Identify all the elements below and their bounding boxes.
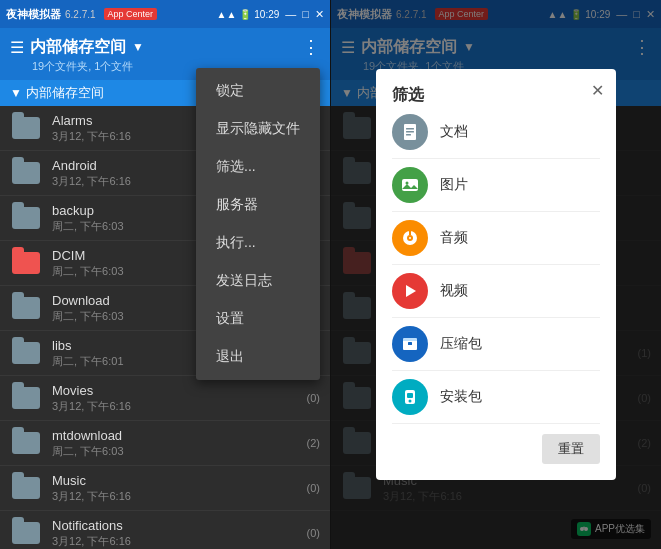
svg-rect-3 bbox=[406, 134, 411, 136]
filter-item-apk[interactable]: 安装包 bbox=[392, 371, 600, 424]
dialog-footer: 重置 bbox=[392, 434, 600, 464]
dropdown-arrow-icon[interactable]: ▼ bbox=[132, 40, 144, 54]
file-item-music[interactable]: Music 3月12, 下午6:16 (0) bbox=[0, 466, 330, 511]
file-date-mtdownload: 周二, 下午6:03 bbox=[52, 444, 301, 459]
filter-dialog: 筛选 ✕ 文档 bbox=[376, 69, 616, 480]
folder-icon-movies bbox=[10, 382, 42, 414]
folder-icon-alarms bbox=[10, 112, 42, 144]
filter-label-audio: 音频 bbox=[440, 229, 468, 247]
folder-icon-mtdownload bbox=[10, 427, 42, 459]
app-center-badge[interactable]: App Center bbox=[104, 8, 158, 20]
file-name-movies: Movies bbox=[52, 383, 301, 398]
file-count-notifications: (0) bbox=[307, 527, 320, 539]
minimize-button[interactable]: — bbox=[285, 8, 296, 20]
folder-icon-android bbox=[10, 157, 42, 189]
svg-rect-13 bbox=[403, 338, 417, 341]
folder-icon-dcim bbox=[10, 247, 42, 279]
filter-item-archive[interactable]: 压缩包 bbox=[392, 318, 600, 371]
filter-item-audio[interactable]: 音频 bbox=[392, 212, 600, 265]
svg-rect-14 bbox=[408, 342, 412, 345]
filter-icon-document bbox=[392, 114, 428, 150]
file-info-music: Music 3月12, 下午6:16 bbox=[52, 473, 301, 504]
file-item-notifications[interactable]: Notifications 3月12, 下午6:16 (0) bbox=[0, 511, 330, 549]
title-row: ☰ 内部储存空间 ▼ bbox=[10, 37, 144, 58]
app-name: 夜神模拟器 bbox=[6, 7, 61, 22]
svg-rect-17 bbox=[407, 393, 413, 398]
menu-item-show-hidden[interactable]: 显示隐藏文件 bbox=[196, 110, 320, 148]
wifi-icon: ▲▲ bbox=[217, 9, 237, 20]
file-info-mtdownload: mtdownload 周二, 下午6:03 bbox=[52, 428, 301, 459]
app-info: 夜神模拟器 6.2.7.1 App Center bbox=[6, 7, 157, 22]
filter-item-image[interactable]: 图片 bbox=[392, 159, 600, 212]
more-options-icon[interactable]: ⋮ bbox=[302, 36, 320, 58]
folder-icon-music bbox=[10, 472, 42, 504]
file-item-movies[interactable]: Movies 3月12, 下午6:16 (0) bbox=[0, 376, 330, 421]
filter-label-video: 视频 bbox=[440, 282, 468, 300]
svg-rect-4 bbox=[402, 179, 418, 191]
folder-icon-notifications bbox=[10, 517, 42, 549]
close-button[interactable]: ✕ bbox=[315, 8, 324, 21]
storage-title: 内部储存空间 bbox=[30, 37, 126, 58]
file-count-movies: (0) bbox=[307, 392, 320, 404]
folder-icon-download bbox=[10, 292, 42, 324]
svg-rect-2 bbox=[406, 131, 414, 133]
filter-label-apk: 安装包 bbox=[440, 388, 482, 406]
menu-item-send-log[interactable]: 发送日志 bbox=[196, 262, 320, 300]
file-count-mtdownload: (2) bbox=[307, 437, 320, 449]
status-bar: ▲▲ 🔋 10:29 bbox=[217, 9, 280, 20]
time-display: 10:29 bbox=[254, 9, 279, 20]
top-bar-left: 夜神模拟器 6.2.7.1 App Center ▲▲ 🔋 10:29 — □ … bbox=[0, 0, 330, 28]
menu-item-execute[interactable]: 执行... bbox=[196, 224, 320, 262]
file-name-music: Music bbox=[52, 473, 301, 488]
maximize-button[interactable]: □ bbox=[302, 8, 309, 20]
hamburger-icon[interactable]: ☰ bbox=[10, 38, 24, 57]
file-date-movies: 3月12, 下午6:16 bbox=[52, 399, 301, 414]
window-controls: ▲▲ 🔋 10:29 — □ ✕ bbox=[217, 8, 324, 21]
dialog-overlay: 筛选 ✕ 文档 bbox=[331, 0, 661, 549]
dialog-close-button[interactable]: ✕ bbox=[591, 81, 604, 100]
file-name-mtdownload: mtdownload bbox=[52, 428, 301, 443]
filter-dialog-title: 筛选 bbox=[392, 86, 424, 103]
filter-icon-image bbox=[392, 167, 428, 203]
filter-item-video[interactable]: 视频 bbox=[392, 265, 600, 318]
app-version: 6.2.7.1 bbox=[65, 9, 96, 20]
filter-icon-video bbox=[392, 273, 428, 309]
file-date-notifications: 3月12, 下午6:16 bbox=[52, 534, 301, 549]
svg-rect-1 bbox=[406, 128, 414, 130]
file-date-music: 3月12, 下午6:16 bbox=[52, 489, 301, 504]
filter-item-document[interactable]: 文档 bbox=[392, 106, 600, 159]
svg-point-9 bbox=[409, 237, 411, 239]
filter-icon-archive bbox=[392, 326, 428, 362]
file-count-music: (0) bbox=[307, 482, 320, 494]
folder-icon-backup bbox=[10, 202, 42, 234]
menu-item-settings[interactable]: 设置 bbox=[196, 300, 320, 338]
menu-item-exit[interactable]: 退出 bbox=[196, 338, 320, 376]
filter-icon-apk bbox=[392, 379, 428, 415]
svg-marker-11 bbox=[406, 285, 416, 297]
menu-item-filter[interactable]: 筛选... bbox=[196, 148, 320, 186]
right-panel: 夜神模拟器 6.2.7.1 App Center ▲▲ 🔋 10:29 — □ … bbox=[330, 0, 661, 549]
battery-icon: 🔋 bbox=[239, 9, 251, 20]
folder-icon-libs bbox=[10, 337, 42, 369]
left-panel: 夜神模拟器 6.2.7.1 App Center ▲▲ 🔋 10:29 — □ … bbox=[0, 0, 330, 549]
menu-item-server[interactable]: 服务器 bbox=[196, 186, 320, 224]
breadcrumb-text[interactable]: 内部储存空间 bbox=[26, 84, 104, 102]
reset-button[interactable]: 重置 bbox=[542, 434, 600, 464]
filter-label-archive: 压缩包 bbox=[440, 335, 482, 353]
filter-label-image: 图片 bbox=[440, 176, 468, 194]
breadcrumb-arrow-icon: ▼ bbox=[10, 86, 22, 100]
dropdown-menu: 锁定 显示隐藏文件 筛选... 服务器 执行... 发送日志 设置 退出 bbox=[196, 68, 320, 380]
file-info-movies: Movies 3月12, 下午6:16 bbox=[52, 383, 301, 414]
file-name-notifications: Notifications bbox=[52, 518, 301, 533]
file-item-mtdownload[interactable]: mtdownload 周二, 下午6:03 (2) bbox=[0, 421, 330, 466]
svg-point-16 bbox=[409, 400, 412, 403]
menu-item-lock[interactable]: 锁定 bbox=[196, 72, 320, 110]
header-top-row: ☰ 内部储存空间 ▼ ⋮ bbox=[10, 36, 320, 58]
filter-label-document: 文档 bbox=[440, 123, 468, 141]
file-info-notifications: Notifications 3月12, 下午6:16 bbox=[52, 518, 301, 549]
svg-rect-10 bbox=[409, 231, 411, 235]
filter-icon-audio bbox=[392, 220, 428, 256]
